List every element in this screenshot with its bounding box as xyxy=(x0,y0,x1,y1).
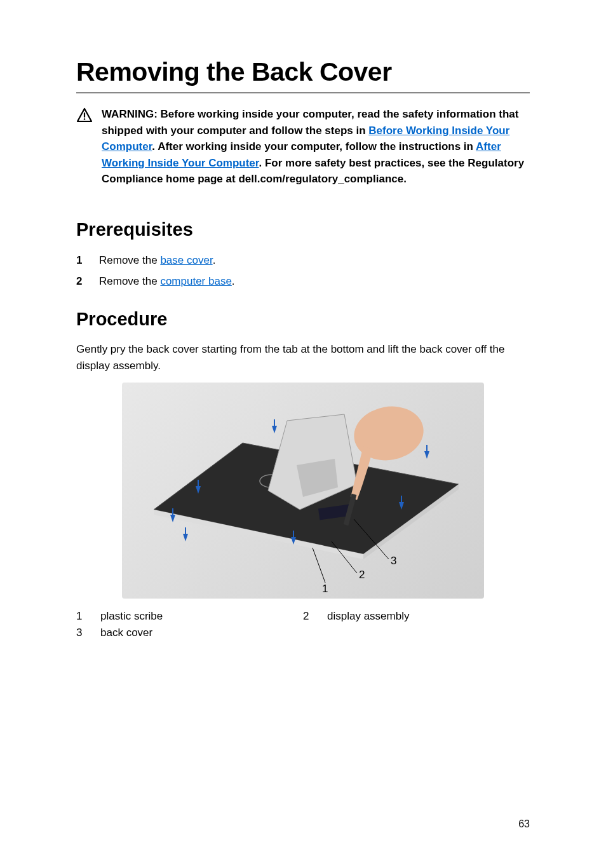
callout-cell: 3 back cover xyxy=(76,627,303,639)
callout-cell: 2 display assembly xyxy=(303,610,530,623)
link-computer-base[interactable]: computer base xyxy=(160,275,231,287)
callout-number: 3 xyxy=(76,627,83,639)
callout-label: plastic scribe xyxy=(100,610,163,623)
svg-line-11 xyxy=(313,548,325,583)
svg-text:3: 3 xyxy=(391,555,396,567)
prerequisites-heading: Prerequisites xyxy=(76,219,530,240)
page-number: 63 xyxy=(518,818,530,830)
figure-image: 1 2 3 xyxy=(122,383,484,599)
suffix-text: . xyxy=(213,254,216,266)
warning-block: WARNING: Before working inside your comp… xyxy=(76,106,530,187)
callout-number: 1 xyxy=(76,610,83,623)
table-row: 3 back cover xyxy=(76,627,530,639)
svg-point-1 xyxy=(84,118,86,120)
svg-text:1: 1 xyxy=(322,583,328,595)
suffix-text: . xyxy=(232,275,235,287)
warning-icon xyxy=(76,107,93,187)
callout-label: display assembly xyxy=(327,610,409,623)
callout-number: 2 xyxy=(303,610,309,623)
page-title: Removing the Back Cover xyxy=(76,57,530,93)
item-text: Remove the computer base. xyxy=(99,273,235,290)
callout-label: back cover xyxy=(100,627,152,639)
list-item: 1 Remove the base cover. xyxy=(76,252,530,269)
procedure-text: Gently pry the back cover starting from … xyxy=(76,341,530,375)
item-number: 2 xyxy=(76,273,85,290)
table-row: 1 plastic scribe 2 display assembly xyxy=(76,610,530,623)
prerequisites-list: 1 Remove the base cover. 2 Remove the co… xyxy=(76,252,530,290)
item-text: Remove the base cover. xyxy=(99,252,215,269)
procedure-figure: 1 2 3 xyxy=(76,383,530,599)
list-item: 2 Remove the computer base. xyxy=(76,273,530,290)
prefix-text: Remove the xyxy=(99,254,160,266)
prefix-text: Remove the xyxy=(99,275,160,287)
callout-table: 1 plastic scribe 2 display assembly 3 ba… xyxy=(76,610,530,639)
warning-mid1: . After working inside your computer, fo… xyxy=(152,140,476,153)
link-base-cover[interactable]: base cover xyxy=(160,254,212,266)
item-number: 1 xyxy=(76,252,85,269)
callout-cell: 1 plastic scribe xyxy=(76,610,303,623)
warning-text: WARNING: Before working inside your comp… xyxy=(102,106,530,187)
svg-text:2: 2 xyxy=(359,569,365,581)
procedure-heading: Procedure xyxy=(76,309,530,330)
